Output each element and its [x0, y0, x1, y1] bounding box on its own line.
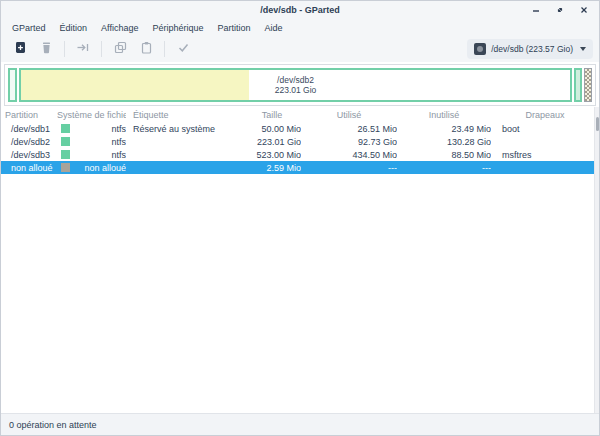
cell-label: Réservé au système	[126, 124, 243, 134]
checkmark-icon	[177, 40, 190, 58]
filesystem-color-swatch	[61, 124, 70, 133]
paste-icon	[140, 40, 153, 58]
menubar: GParted Édition Affichage Périphérique P…	[1, 19, 599, 36]
cell-filesystem: ntfs	[73, 150, 126, 160]
new-partition-button[interactable]	[7, 38, 33, 60]
close-icon[interactable]	[577, 3, 591, 17]
disk-segment-size: 223.01 Gio	[275, 85, 317, 95]
gparted-window: /dev/sdb - GParted GParted Édition Affic…	[0, 0, 600, 436]
trash-icon	[40, 40, 53, 58]
copy-partition-button[interactable]	[107, 38, 133, 60]
cell-unused: ---	[397, 163, 491, 173]
cell-size: 2.59 Mio	[243, 163, 301, 173]
cell-filesystem-swatch	[57, 124, 73, 133]
cell-unused: 88.50 Mio	[397, 150, 491, 160]
cell-unused: 23.49 Mio	[397, 124, 491, 134]
toolbar-separator	[101, 41, 102, 57]
filesystem-color-swatch	[61, 137, 70, 146]
cell-unused: 130.28 Gio	[397, 137, 491, 147]
statusbar: 0 opération en attente	[1, 413, 599, 435]
column-header-size[interactable]: Taille	[243, 110, 301, 120]
partition-rows: /dev/sdb1 ntfs Réservé au système 50.00 …	[1, 122, 599, 174]
cell-size: 523.00 Mio	[243, 150, 301, 160]
cell-partition: non alloué	[1, 163, 57, 173]
disk-segment-unallocated[interactable]	[584, 68, 592, 102]
window-title: /dev/sdb - GParted	[260, 5, 340, 15]
disk-segment-sdb1[interactable]	[8, 68, 17, 102]
menu-gparted[interactable]: GParted	[5, 21, 53, 35]
disk-segment-name: /dev/sdb2	[277, 75, 314, 85]
menu-partition[interactable]: Partition	[210, 21, 257, 35]
partition-table-header: Partition Système de fichiers Étiquette …	[1, 108, 599, 122]
filesystem-color-swatch	[61, 150, 70, 159]
menu-aide[interactable]: Aide	[258, 21, 290, 35]
cell-filesystem-swatch	[57, 163, 73, 172]
cell-filesystem: ntfs	[73, 124, 126, 134]
cell-size: 50.00 Mio	[243, 124, 301, 134]
resize-move-icon	[76, 40, 90, 58]
column-header-flags[interactable]: Drapeaux	[491, 110, 599, 120]
cell-flags: msftres	[491, 150, 599, 160]
column-header-partition[interactable]: Partition	[1, 110, 57, 120]
resize-move-button[interactable]	[70, 38, 96, 60]
restore-icon[interactable]	[553, 3, 567, 17]
scrollbar[interactable]	[594, 107, 599, 413]
column-header-used[interactable]: Utilisé	[301, 110, 397, 120]
copy-icon	[114, 40, 127, 58]
disk-segment-sdb2[interactable]: /dev/sdb2 223.01 Gio	[19, 68, 572, 102]
table-row[interactable]: non alloué non alloué 2.59 Mio --- ---	[1, 161, 599, 174]
menu-affichage[interactable]: Affichage	[94, 21, 145, 35]
cell-filesystem: ntfs	[73, 137, 126, 147]
table-row[interactable]: /dev/sdb3 ntfs 523.00 Mio 434.50 Mio 88.…	[1, 148, 599, 161]
column-header-filesystem[interactable]: Système de fichiers	[57, 110, 126, 120]
hard-drive-icon	[474, 43, 486, 55]
new-partition-icon	[14, 40, 27, 58]
device-selector[interactable]: /dev/sdb (223.57 Gio)	[467, 39, 593, 59]
table-row[interactable]: /dev/sdb1 ntfs Réservé au système 50.00 …	[1, 122, 599, 135]
cell-used: 26.51 Mio	[301, 124, 397, 134]
cell-flags: boot	[491, 124, 599, 134]
toolbar-separator	[164, 41, 165, 57]
menu-edition[interactable]: Édition	[53, 21, 95, 35]
cell-filesystem: non alloué	[73, 163, 126, 173]
menu-peripherique[interactable]: Périphérique	[145, 21, 210, 35]
column-header-unused[interactable]: Inutilisé	[397, 110, 491, 120]
cell-filesystem-swatch	[57, 150, 73, 159]
chevron-down-icon	[580, 47, 586, 51]
cell-partition: /dev/sdb1	[1, 124, 57, 134]
cell-size: 223.01 Gio	[243, 137, 301, 147]
column-header-label[interactable]: Étiquette	[126, 110, 243, 120]
paste-partition-button[interactable]	[133, 38, 159, 60]
disk-segment-label: /dev/sdb2 223.01 Gio	[21, 70, 570, 100]
pending-operations-text: 0 opération en attente	[9, 420, 97, 430]
cell-used: 434.50 Mio	[301, 150, 397, 160]
cell-partition: /dev/sdb2	[1, 137, 57, 147]
scrollbar-thumb[interactable]	[596, 117, 599, 131]
cell-partition: /dev/sdb3	[1, 150, 57, 160]
minimize-icon[interactable]	[529, 3, 543, 17]
apply-operations-button[interactable]	[170, 38, 196, 60]
disk-segment-sdb3[interactable]	[574, 68, 582, 102]
window-controls	[529, 1, 591, 19]
cell-filesystem-swatch	[57, 137, 73, 146]
filesystem-color-swatch	[61, 163, 70, 172]
toolbar-separator	[64, 41, 65, 57]
cell-used: 92.73 Gio	[301, 137, 397, 147]
toolbar: /dev/sdb (223.57 Gio)	[1, 36, 599, 62]
table-row[interactable]: /dev/sdb2 ntfs 223.01 Gio 92.73 Gio 130.…	[1, 135, 599, 148]
delete-partition-button[interactable]	[33, 38, 59, 60]
partition-table: Partition Système de fichiers Étiquette …	[1, 108, 599, 174]
cell-used: ---	[301, 163, 397, 173]
disk-visual-panel: /dev/sdb2 223.01 Gio	[4, 64, 596, 106]
titlebar[interactable]: /dev/sdb - GParted	[1, 1, 599, 19]
device-selector-label: /dev/sdb (223.57 Gio)	[491, 44, 573, 54]
